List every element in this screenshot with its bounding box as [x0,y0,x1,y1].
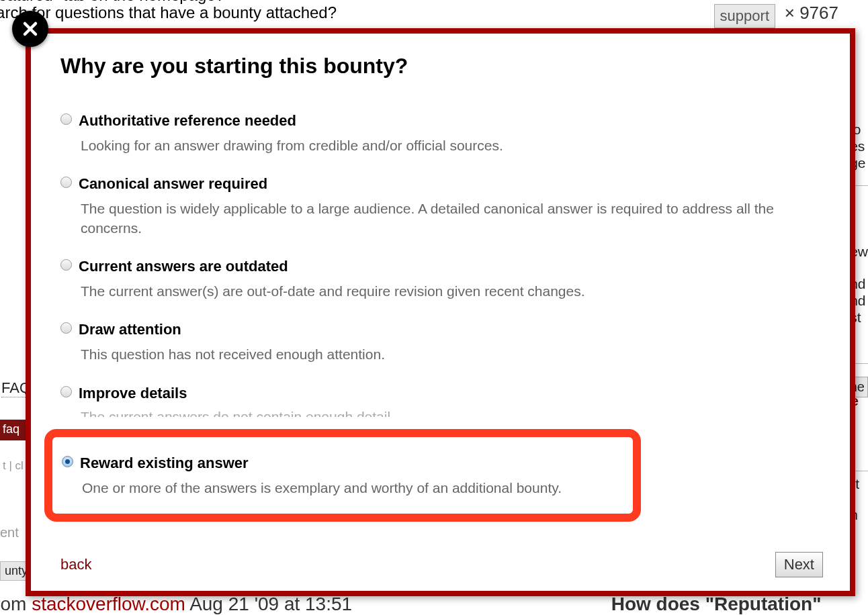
bg-fragment: ent [0,525,19,540]
radio-icon[interactable] [60,177,72,188]
option-outdated-answers[interactable]: Current answers are outdated [60,258,820,275]
option-label: Canonical answer required [79,175,267,193]
option-label: Authoritative reference needed [79,112,296,130]
faq-tag[interactable]: faq [0,420,26,440]
option-draw-attention[interactable]: Draw attention [60,321,820,338]
option-description: Looking for an answer drawing from credi… [81,136,820,155]
option-label: Reward existing answer [80,455,249,472]
option-description-truncated: The current answers do not contain enoug… [81,409,820,417]
option-improve-details[interactable]: Improve details [60,385,820,402]
x-icon [22,21,38,37]
radio-icon[interactable] [60,322,72,334]
support-tag[interactable]: support [714,4,775,28]
radio-icon[interactable] [60,113,72,125]
bg-fragment: t | cl [3,459,24,473]
radio-icon[interactable] [60,259,72,271]
option-canonical-answer[interactable]: Canonical answer required [60,175,820,193]
back-button[interactable]: back [60,556,91,573]
next-button[interactable]: Next [775,552,823,577]
option-authoritative-reference[interactable]: Authoritative reference needed [60,112,820,130]
option-description: One or more of the answers is exemplary … [82,479,618,498]
highlighted-option-reward-existing: Reward existing answer One or more of th… [44,429,641,522]
modal-title: Why are you starting this bounty? [60,54,820,79]
option-description: The current answer(s) are out-of-date an… [81,282,820,301]
migrated-footer: d from stackoverflow.com Aug 21 '09 at 1… [0,594,821,615]
option-label: Current answers are outdated [79,258,288,275]
option-reward-existing[interactable]: Reward existing answer [62,455,618,472]
option-label: Draw attention [79,321,181,338]
radio-icon[interactable] [62,456,73,467]
source-link[interactable]: stackoverflow.com [32,594,185,614]
close-icon[interactable] [12,11,48,47]
option-label: Improve details [79,385,187,402]
radio-icon[interactable] [60,386,72,397]
bounty-reason-modal: Why are you starting this bounty? Author… [26,28,855,596]
option-description: The question is widely applicable to a l… [81,199,820,238]
tag-count: × 9767 [785,3,838,23]
option-description: This question has not received enough at… [81,345,820,364]
